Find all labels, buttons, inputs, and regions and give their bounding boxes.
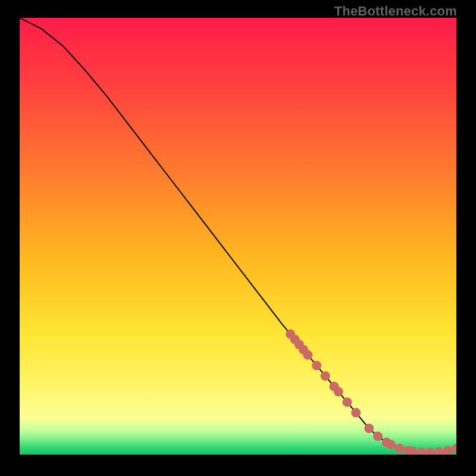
data-marker [395,444,405,453]
data-marker [364,424,374,433]
data-marker [303,350,312,360]
watermark-label: TheBottleneck.com [334,4,457,19]
chart-container: TheBottleneck.com [0,0,476,476]
data-marker [373,431,383,441]
data-marker [312,361,321,370]
data-marker [343,397,352,407]
data-marker [386,440,396,449]
data-marker [351,408,361,418]
chart-svg [20,18,456,455]
data-marker [334,387,343,396]
data-marker [321,371,330,381]
plot-area [20,18,456,455]
gradient-background [20,18,456,455]
